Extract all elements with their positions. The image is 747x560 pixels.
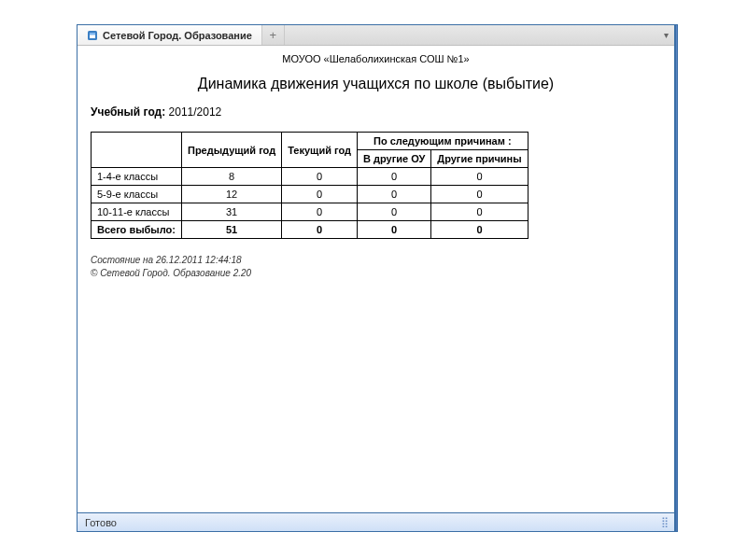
cell-curr: 0 (282, 186, 358, 203)
svg-rect-2 (90, 33, 95, 35)
table-row: 10-11-е классы 31 0 0 0 (92, 203, 529, 221)
org-name: МОУОО «Шелаболихинская СОШ №1» (91, 53, 661, 64)
app-canvas: Сетевой Город. Образование + ▾ МОУОО «Ше… (0, 0, 747, 560)
cell-other-ou: 0 (357, 221, 430, 239)
cell-prev: 51 (181, 221, 281, 239)
tab-title: Сетевой Город. Образование (103, 30, 252, 41)
col-header-other-ou: В другие ОУ (357, 150, 430, 168)
row-label: 5-9-е классы (92, 186, 182, 203)
cell-other-ou: 0 (357, 168, 430, 186)
cell-curr: 0 (282, 221, 358, 239)
movement-table: Предыдущий год Текущий год По следующим … (91, 132, 529, 239)
adjacent-window-edge (675, 24, 678, 532)
cell-prev: 12 (181, 186, 281, 203)
row-label: 10-11-е классы (92, 203, 182, 221)
col-header-reasons: По следующим причинам : (357, 133, 528, 150)
col-header-other-reasons: Другие причины (431, 150, 528, 168)
page-content: МОУОО «Шелаболихинская СОШ №1» Динамика … (78, 46, 674, 512)
row-label: Всего выбыло: (92, 221, 182, 239)
tab-bar: Сетевой Город. Образование + ▾ (78, 25, 674, 46)
cell-prev: 8 (181, 168, 281, 186)
page-title: Динамика движения учащихся по школе (выб… (91, 76, 661, 92)
table-row-total: Всего выбыло: 51 0 0 0 (92, 221, 529, 239)
cell-other-ou: 0 (357, 203, 430, 221)
cell-other: 0 (431, 186, 528, 203)
status-bar: Готово ⣿ (78, 512, 674, 531)
tabbar-spacer (285, 25, 657, 45)
report-asof: Состояние на 26.12.2011 12:44:18 (91, 254, 661, 267)
plus-icon: + (270, 28, 277, 42)
cell-other: 0 (431, 168, 528, 186)
browser-window: Сетевой Город. Образование + ▾ МОУОО «Ше… (77, 24, 675, 532)
school-year-value: 2011/2012 (169, 105, 222, 119)
cell-prev: 31 (181, 203, 281, 221)
table-row: 1-4-е классы 8 0 0 0 (92, 168, 529, 186)
report-meta: Состояние на 26.12.2011 12:44:18 © Сетев… (91, 254, 661, 279)
col-header-blank (92, 133, 182, 168)
tab-active[interactable]: Сетевой Город. Образование (78, 25, 262, 45)
chevron-down-icon: ▾ (664, 30, 669, 40)
report-copyright: © Сетевой Город. Образование 2.20 (91, 267, 661, 280)
cell-other: 0 (431, 203, 528, 221)
school-year-label: Учебный год: (91, 105, 165, 119)
resize-grip-icon[interactable]: ⣿ (661, 516, 667, 528)
cell-curr: 0 (282, 168, 358, 186)
globe-icon (87, 30, 98, 41)
cell-other: 0 (431, 221, 528, 239)
col-header-prev-year: Предыдущий год (181, 133, 281, 168)
cell-other-ou: 0 (357, 186, 430, 203)
row-label: 1-4-е классы (92, 168, 182, 186)
tabbar-menu-button[interactable]: ▾ (657, 25, 674, 45)
table-row: 5-9-е классы 12 0 0 0 (92, 186, 529, 203)
col-header-curr-year: Текущий год (282, 133, 358, 168)
school-year: Учебный год: 2011/2012 (91, 105, 661, 119)
new-tab-button[interactable]: + (262, 25, 285, 45)
cell-curr: 0 (282, 203, 358, 221)
status-text: Готово (85, 517, 117, 528)
